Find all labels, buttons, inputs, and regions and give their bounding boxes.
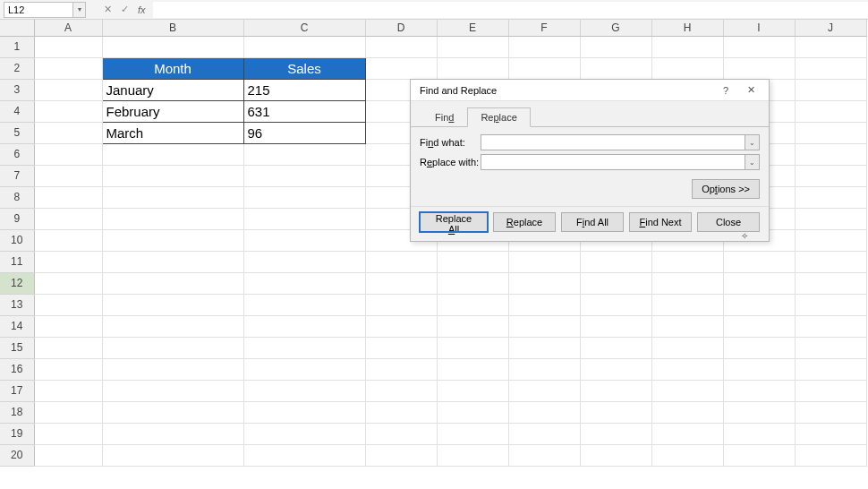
cell[interactable] bbox=[102, 401, 243, 423]
cell[interactable] bbox=[437, 36, 508, 57]
cell[interactable] bbox=[102, 165, 243, 186]
cell[interactable] bbox=[795, 358, 866, 380]
cell[interactable] bbox=[437, 272, 508, 294]
cell[interactable] bbox=[365, 358, 437, 380]
cell[interactable] bbox=[580, 444, 651, 466]
accept-icon[interactable]: ✓ bbox=[121, 4, 129, 15]
cell[interactable] bbox=[508, 315, 580, 337]
cell[interactable] bbox=[795, 100, 866, 122]
cell[interactable] bbox=[651, 36, 723, 57]
cell[interactable] bbox=[508, 251, 580, 272]
cell[interactable] bbox=[508, 401, 580, 423]
find-next-button[interactable]: Find Next bbox=[629, 212, 692, 232]
cell[interactable] bbox=[243, 208, 365, 229]
cell[interactable] bbox=[34, 208, 102, 229]
cell[interactable] bbox=[365, 337, 437, 358]
find-what-input[interactable] bbox=[481, 134, 745, 150]
cell[interactable] bbox=[580, 358, 651, 380]
cell[interactable] bbox=[437, 251, 508, 272]
cell[interactable] bbox=[365, 251, 437, 272]
cell[interactable] bbox=[34, 186, 102, 208]
cell[interactable] bbox=[34, 57, 102, 79]
cell[interactable] bbox=[34, 401, 102, 423]
cell[interactable] bbox=[508, 380, 580, 401]
cell[interactable] bbox=[34, 251, 102, 272]
cell[interactable] bbox=[365, 36, 437, 57]
cell[interactable] bbox=[795, 122, 866, 143]
cell[interactable] bbox=[508, 423, 580, 444]
cell[interactable] bbox=[365, 272, 437, 294]
tab-replace[interactable]: Replace bbox=[467, 107, 530, 127]
column-header-A[interactable]: A bbox=[34, 20, 102, 36]
cell[interactable] bbox=[795, 57, 866, 79]
cell[interactable] bbox=[365, 380, 437, 401]
cell[interactable] bbox=[34, 444, 102, 466]
cell[interactable] bbox=[651, 444, 723, 466]
cell[interactable] bbox=[34, 143, 102, 165]
cell[interactable] bbox=[102, 251, 243, 272]
select-all-corner[interactable] bbox=[0, 20, 34, 36]
cell[interactable] bbox=[34, 100, 102, 122]
column-header-H[interactable]: H bbox=[651, 20, 723, 36]
row-header[interactable]: 18 bbox=[0, 401, 34, 423]
cell[interactable] bbox=[243, 444, 365, 466]
formula-input[interactable] bbox=[153, 2, 868, 18]
cell[interactable] bbox=[508, 36, 580, 57]
cell[interactable] bbox=[795, 186, 866, 208]
row-header[interactable]: 11 bbox=[0, 251, 34, 272]
cell[interactable] bbox=[437, 315, 508, 337]
name-box[interactable]: L12 bbox=[4, 2, 73, 18]
cell[interactable] bbox=[795, 337, 866, 358]
cell[interactable] bbox=[437, 423, 508, 444]
cell[interactable] bbox=[34, 165, 102, 186]
replace-button[interactable]: Replace bbox=[493, 212, 556, 232]
cell[interactable] bbox=[34, 36, 102, 57]
cell[interactable] bbox=[723, 380, 795, 401]
cell[interactable] bbox=[795, 79, 866, 100]
cell[interactable] bbox=[243, 143, 365, 165]
row-header[interactable]: 17 bbox=[0, 380, 34, 401]
row-header[interactable]: 6 bbox=[0, 143, 34, 165]
cell[interactable] bbox=[795, 36, 866, 57]
find-all-button[interactable]: Find All bbox=[561, 212, 624, 232]
replace-with-input[interactable] bbox=[481, 154, 745, 170]
cell[interactable] bbox=[580, 272, 651, 294]
cell[interactable] bbox=[723, 272, 795, 294]
cell[interactable] bbox=[508, 294, 580, 315]
table-header-sales[interactable]: Sales bbox=[243, 57, 365, 79]
cell[interactable] bbox=[102, 272, 243, 294]
tab-find[interactable]: Find bbox=[421, 107, 467, 127]
cell[interactable] bbox=[243, 229, 365, 251]
cell[interactable] bbox=[365, 294, 437, 315]
cell[interactable] bbox=[651, 315, 723, 337]
cell[interactable] bbox=[34, 272, 102, 294]
cell[interactable] bbox=[102, 358, 243, 380]
cell[interactable] bbox=[102, 315, 243, 337]
column-header-J[interactable]: J bbox=[795, 20, 866, 36]
cell[interactable] bbox=[243, 165, 365, 186]
cell[interactable] bbox=[723, 423, 795, 444]
cell[interactable] bbox=[723, 337, 795, 358]
cell[interactable] bbox=[437, 380, 508, 401]
cell[interactable] bbox=[580, 401, 651, 423]
row-header[interactable]: 9 bbox=[0, 208, 34, 229]
row-header[interactable]: 3 bbox=[0, 79, 34, 100]
cell[interactable] bbox=[795, 444, 866, 466]
name-box-dropdown[interactable]: ▾ bbox=[73, 2, 86, 18]
cell[interactable] bbox=[580, 251, 651, 272]
cell[interactable] bbox=[580, 57, 651, 79]
cell[interactable] bbox=[795, 143, 866, 165]
cell[interactable] bbox=[34, 423, 102, 444]
row-header[interactable]: 2 bbox=[0, 57, 34, 79]
close-icon[interactable]: ✕ bbox=[738, 80, 763, 101]
cell[interactable] bbox=[651, 380, 723, 401]
cell[interactable] bbox=[795, 401, 866, 423]
row-header[interactable]: 5 bbox=[0, 122, 34, 143]
close-button[interactable]: Close bbox=[697, 212, 760, 232]
dialog-titlebar[interactable]: Find and Replace ? ✕ bbox=[411, 80, 769, 101]
cell[interactable] bbox=[651, 423, 723, 444]
cell[interactable] bbox=[365, 423, 437, 444]
column-header-F[interactable]: F bbox=[508, 20, 580, 36]
cell[interactable] bbox=[102, 143, 243, 165]
column-header-D[interactable]: D bbox=[365, 20, 437, 36]
